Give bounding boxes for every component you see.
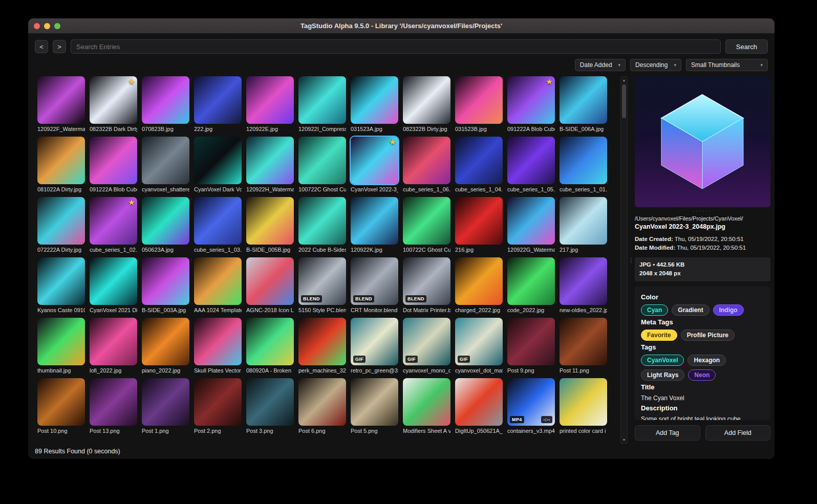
thumbnail[interactable] [507, 137, 555, 184]
thumbnail[interactable]: ★ [90, 76, 137, 124]
thumbnail[interactable] [142, 318, 189, 365]
tag-pill[interactable]: Cyan [641, 304, 668, 316]
grid-item[interactable]: charged_2022.jpg [455, 257, 503, 318]
grid-item[interactable]: thumbnail.jpg [37, 318, 85, 378]
scrollbar-thumb[interactable] [622, 84, 626, 118]
tag-pill[interactable]: Hexagon [687, 355, 726, 366]
grid-item[interactable]: cube_series_1_03.j [194, 197, 242, 257]
thumbnail[interactable] [351, 378, 398, 426]
thumbnail[interactable] [351, 76, 398, 124]
thumbnail[interactable] [142, 257, 189, 305]
grid-item[interactable]: 120922F_Watermar [37, 76, 85, 137]
thumbnail[interactable] [403, 137, 450, 184]
grid-item[interactable]: 072222A Dirty.jpg [37, 197, 85, 257]
tag-pill[interactable]: Favorite [641, 330, 677, 341]
grid-item[interactable]: CyanVoxel Dark Vox [194, 137, 242, 197]
thumbnail[interactable]: GIF [351, 318, 398, 365]
grid-item[interactable]: cube_series_1_01.j [560, 137, 607, 197]
grid-item[interactable]: Post 11.png [560, 318, 607, 378]
grid-item[interactable]: 100722C Ghost Cu [298, 137, 346, 197]
tag-pill[interactable]: Neon [688, 369, 716, 381]
thumbnail[interactable]: ★ [90, 197, 137, 245]
grid-item[interactable]: DigItUp_050621A_ [455, 378, 503, 439]
thumbnail[interactable] [403, 76, 450, 124]
grid-item[interactable]: GIFcyanvoxel_dot_mat [455, 318, 503, 378]
thumbnail[interactable] [560, 257, 607, 305]
thumbnail[interactable] [246, 257, 294, 305]
grid-item[interactable]: cube_series_1_04.j [455, 137, 503, 197]
thumbnail[interactable] [194, 137, 242, 184]
grid-item[interactable]: B-SIDE_003A.jpg [142, 257, 189, 318]
grid-item[interactable]: 2022 Cube B-Sides [298, 197, 346, 257]
thumbnail[interactable] [403, 197, 450, 245]
thumbnail[interactable] [90, 318, 137, 365]
thumbnail[interactable] [194, 378, 242, 426]
grid-item[interactable]: 070823B.jpg [142, 76, 189, 137]
thumbnail[interactable]: ★ [351, 137, 398, 184]
grid-item[interactable]: code_2022.jpg [507, 257, 555, 318]
thumbnail[interactable] [560, 137, 607, 184]
grid-item[interactable]: GIFcyanvoxel_mono_cr [403, 318, 450, 378]
grid-item[interactable]: 120922I_Compress [298, 76, 346, 137]
thumbnail[interactable] [455, 76, 503, 124]
preview-resize-handle[interactable]: ······ [635, 207, 770, 215]
grid-item[interactable]: BLENDDot Matrix Printer.b [403, 257, 450, 318]
grid-item[interactable]: 120922K.jpg [351, 197, 398, 257]
thumbnail[interactable] [142, 76, 189, 124]
grid-item[interactable]: B-SIDE_006A.jpg [560, 76, 607, 137]
grid-item[interactable]: Modifiers Sheet A v [403, 378, 450, 439]
grid-item[interactable]: 100722C Ghost Cu [403, 197, 450, 257]
thumbnail[interactable] [37, 76, 85, 124]
thumbnail[interactable] [37, 137, 85, 184]
thumbnail[interactable] [194, 318, 242, 365]
grid-item[interactable]: ★091222A Blob Cube [507, 76, 555, 137]
grid-item[interactable]: GIFretro_pc_green@3x [351, 318, 398, 378]
grid-item[interactable]: AAA 1024 Template [194, 257, 242, 318]
thumbnail[interactable] [455, 257, 503, 305]
search-input[interactable] [71, 39, 721, 54]
sort-order-dropdown[interactable]: Descending ▾ [630, 59, 681, 71]
grid-item[interactable]: printed color card i [560, 378, 607, 439]
search-button[interactable]: Search [725, 39, 768, 54]
grid-item[interactable]: Kyanos Caste 0910 [37, 257, 85, 318]
grid-item[interactable]: Post 9.png [507, 318, 555, 378]
grid-item[interactable]: BLENDCRT Monitor.blend [351, 257, 398, 318]
grid-item[interactable]: Post 13.png [90, 378, 137, 439]
tag-pill[interactable]: Gradient [672, 304, 709, 316]
grid-item[interactable]: perk_machines_32 [298, 318, 346, 378]
grid-item[interactable]: cyanvoxel_shattere [142, 137, 189, 197]
thumbnail[interactable] [298, 318, 346, 365]
minimize-window-button[interactable] [44, 23, 50, 29]
grid-item[interactable]: piano_2022.jpg [142, 318, 189, 378]
grid-item[interactable]: BLEND5150 Style PC.blen [298, 257, 346, 318]
thumbnail[interactable] [455, 137, 503, 184]
thumbnail[interactable]: GIF [403, 318, 450, 365]
thumbnail[interactable]: ★ [507, 76, 555, 124]
thumbnail[interactable] [507, 318, 555, 365]
thumbnail[interactable] [142, 197, 189, 245]
thumbnail[interactable]: MP4-:-- [507, 378, 555, 426]
grid-item[interactable]: 091222A Blob Cube [90, 137, 137, 197]
grid-item[interactable]: 050623A.jpg [142, 197, 189, 257]
thumbnail[interactable] [351, 197, 398, 245]
grid-item[interactable]: Post 2.png [194, 378, 242, 439]
thumbnail[interactable] [37, 318, 85, 365]
grid-item[interactable]: 216.jpg [455, 197, 503, 257]
tag-pill[interactable]: Indigo [713, 304, 744, 316]
tag-pill[interactable]: CyanVoxel [641, 355, 684, 366]
grid-item[interactable]: 217.jpg [560, 197, 607, 257]
grid-item[interactable]: ★082322B Dark Dirty [90, 76, 137, 137]
grid-item[interactable]: new-oldies_2022.jp [560, 257, 607, 318]
thumbnail[interactable] [37, 378, 85, 426]
grid-item[interactable]: 080920A - Broken [246, 318, 294, 378]
thumbnail[interactable] [37, 257, 85, 305]
preview-image[interactable] [635, 76, 770, 207]
grid-item[interactable]: 120922H_Waterma [246, 137, 294, 197]
grid-item[interactable]: cube_series_1_05.j [507, 137, 555, 197]
thumbnail[interactable]: BLEND [298, 257, 346, 305]
thumbnail[interactable] [298, 76, 346, 124]
thumbnail-size-dropdown[interactable]: Small Thumbnails ▾ [686, 59, 768, 71]
thumbnail[interactable] [246, 318, 294, 365]
thumbnail[interactable] [560, 197, 607, 245]
thumbnail[interactable] [455, 378, 503, 426]
